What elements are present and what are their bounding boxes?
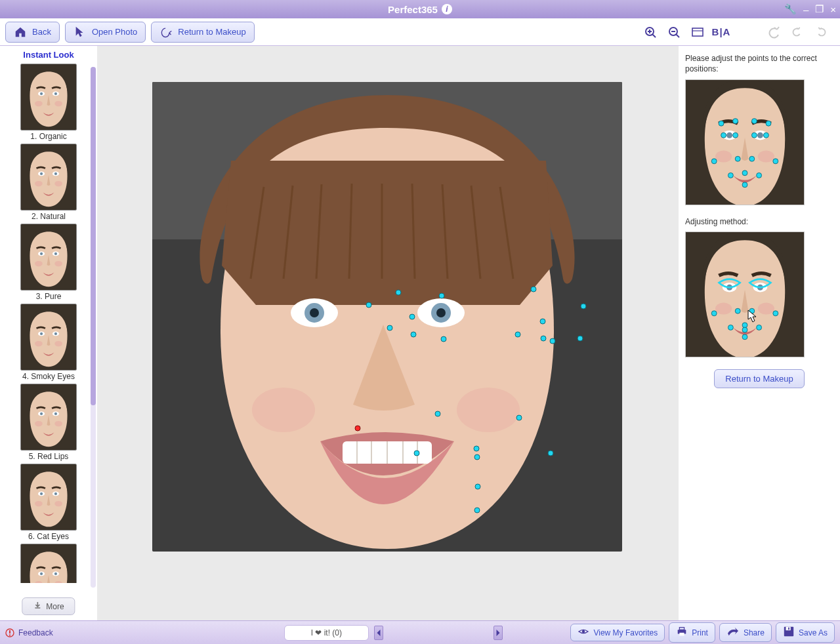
pointer-icon (74, 26, 87, 39)
look-thumbnail (20, 144, 77, 211)
face-point-13[interactable] (550, 338, 556, 344)
open-photo-button[interactable]: Open Photo (65, 22, 146, 43)
save-as-button[interactable]: Save As (776, 622, 835, 643)
look-caption: 6. Cat Eyes (0, 532, 97, 541)
look-item-4[interactable]: 4. Smoky Eyes (0, 304, 97, 381)
prev-photo-button[interactable] (374, 626, 383, 640)
face-point-7[interactable] (410, 314, 415, 320)
share-icon (726, 626, 740, 639)
look-list: 1. Organic2. Natural3. Pure4. Smoky Eyes… (0, 64, 97, 583)
save-label: Save As (799, 628, 828, 637)
feedback-label: Feedback (18, 628, 53, 637)
look-thumbnail (20, 304, 77, 371)
feedback-icon (5, 628, 14, 637)
face-point-5[interactable] (581, 304, 587, 310)
open-photo-label: Open Photo (92, 27, 137, 37)
face-point-4[interactable] (531, 287, 537, 292)
face-point-12[interactable] (541, 336, 547, 342)
print-label: Print (692, 628, 708, 637)
canvas-area (97, 46, 679, 620)
face-point-17[interactable] (516, 415, 522, 421)
like-button[interactable]: I ❤ it! (0) (284, 625, 369, 641)
face-point-19[interactable] (414, 451, 420, 456)
like-label: I ❤ it! (0) (311, 628, 342, 637)
redo-icon (814, 25, 828, 39)
undo-icon (790, 25, 805, 39)
toolbar: Back Open Photo Return to Makeup B|A (0, 18, 840, 46)
face-point-14[interactable] (578, 336, 583, 342)
face-return-icon (159, 26, 173, 39)
look-item-6[interactable]: 6. Cat Eyes (0, 464, 97, 541)
more-button[interactable]: More (22, 597, 75, 615)
face-point-1[interactable] (366, 302, 372, 308)
next-photo-button[interactable] (494, 626, 503, 640)
look-caption: 5. Red Lips (0, 452, 97, 461)
face-point-24[interactable] (474, 508, 480, 513)
app-title: Perfect365 (388, 4, 438, 15)
eye-icon (578, 627, 589, 638)
home-icon (14, 26, 27, 39)
zoom-out-icon[interactable] (667, 25, 681, 39)
back-label: Back (32, 27, 51, 37)
face-point-6[interactable] (387, 325, 393, 331)
titlebar: Perfect365 i 🔧 – ❐ × (0, 0, 840, 18)
look-thumbnail (20, 64, 77, 131)
close-button[interactable]: × (830, 4, 836, 15)
sidebar-heading: Instant Look (0, 50, 97, 60)
fit-screen-icon[interactable] (690, 25, 705, 39)
favorites-label: View My Favorites (593, 628, 658, 637)
settings-wrench-icon[interactable]: 🔧 (784, 3, 797, 15)
method-label: Adjusting method: (685, 217, 833, 226)
download-icon (33, 601, 42, 612)
face-point-2[interactable] (396, 290, 402, 296)
reference-thumbnail (685, 79, 805, 205)
look-item-7[interactable] (0, 544, 97, 583)
face-point-16[interactable] (435, 411, 441, 417)
scrollbar-thumb[interactable] (91, 67, 96, 405)
look-thumbnail (20, 544, 77, 583)
look-thumbnail (20, 224, 77, 291)
face-point-11[interactable] (540, 319, 546, 325)
zoom-in-icon[interactable] (643, 25, 658, 39)
main-photo[interactable] (152, 82, 622, 552)
adjust-instruction: Please adjust the points to the correct … (685, 54, 833, 74)
look-item-3[interactable]: 3. Pure (0, 224, 97, 301)
footer: Feedback I ❤ it! (0) View My Favorites P… (0, 620, 840, 644)
share-button[interactable]: Share (719, 623, 772, 642)
face-point-9[interactable] (441, 336, 447, 342)
right-panel: Please adjust the points to the correct … (679, 46, 840, 620)
undo-all-icon (766, 25, 781, 39)
sidebar-scrollbar[interactable] (91, 67, 96, 588)
face-point-8[interactable] (411, 332, 417, 338)
feedback-link[interactable]: Feedback (5, 628, 53, 637)
face-point-23[interactable] (475, 484, 481, 490)
sidebar: Instant Look 1. Organic2. Natural3. Pure… (0, 46, 97, 620)
look-item-1[interactable]: 1. Organic (0, 64, 97, 141)
face-point-15[interactable] (355, 426, 361, 432)
return-to-makeup-button[interactable]: Return to Makeup (151, 22, 254, 43)
maximize-button[interactable]: ❐ (815, 3, 824, 15)
share-label: Share (744, 628, 765, 637)
face-point-3[interactable] (439, 293, 445, 299)
look-caption: 1. Organic (0, 132, 97, 141)
face-point-20[interactable] (474, 446, 480, 452)
before-after-toggle[interactable]: B|A (714, 25, 728, 39)
return-label: Return to Makeup (178, 27, 245, 37)
minimize-button[interactable]: – (803, 4, 808, 15)
back-button[interactable]: Back (5, 22, 60, 43)
look-thumbnail (20, 384, 77, 451)
look-item-2[interactable]: 2. Natural (0, 144, 97, 221)
save-icon (783, 626, 795, 639)
view-favorites-button[interactable]: View My Favorites (570, 624, 665, 641)
look-thumbnail (20, 464, 77, 531)
look-item-5[interactable]: 5. Red Lips (0, 384, 97, 461)
look-caption: 2. Natural (0, 212, 97, 221)
face-point-21[interactable] (474, 454, 480, 460)
return-to-makeup-panel-button[interactable]: Return to Makeup (714, 369, 804, 388)
face-point-22[interactable] (548, 451, 554, 456)
print-button[interactable]: Print (669, 622, 715, 643)
face-point-10[interactable] (515, 332, 521, 338)
look-caption: 4. Smoky Eyes (0, 372, 97, 381)
print-icon (676, 626, 688, 639)
info-icon[interactable]: i (442, 4, 452, 14)
